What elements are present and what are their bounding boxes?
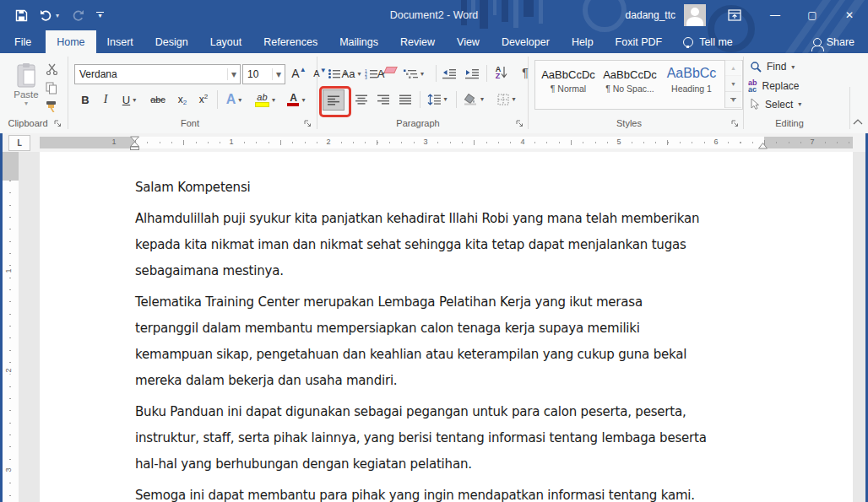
italic-button[interactable]: I <box>98 89 113 111</box>
font-color-button[interactable]: A ▾ <box>283 89 310 111</box>
tab-layout[interactable]: Layout <box>199 30 253 53</box>
styles-dialog-launcher[interactable] <box>731 120 740 128</box>
redo-button <box>71 9 84 21</box>
font-name-combobox[interactable]: Verdana▾ <box>74 64 241 84</box>
close-button[interactable]: ✕ <box>831 0 868 30</box>
document-area[interactable]: 1 2 3 Salam Kompetensi Alhamdulillah puj… <box>0 152 868 502</box>
format-painter-button[interactable] <box>42 99 61 114</box>
hruler-number: 5 <box>615 138 622 146</box>
style-normal[interactable]: AaBbCcDc ¶ Normal <box>539 68 598 94</box>
tab-references[interactable]: References <box>252 30 328 53</box>
hruler-number: 1 <box>110 138 117 146</box>
undo-button[interactable]: ▾ <box>40 9 59 21</box>
paragraph-3: Buku Panduan ini dapat digunakan sebagai… <box>135 399 777 478</box>
tab-insert[interactable]: Insert <box>96 30 144 53</box>
signed-in-user[interactable]: dadang_ttc <box>626 9 675 21</box>
horizontal-ruler[interactable]: 1 1 2 3 4 5 6 7 <box>40 137 853 148</box>
minimize-button[interactable]: — <box>757 0 794 30</box>
styles-group-label: Styles <box>528 118 730 128</box>
align-left-button[interactable] <box>323 89 344 111</box>
tab-file[interactable]: File <box>0 30 46 53</box>
hruler-number: 6 <box>712 138 719 146</box>
tab-help[interactable]: Help <box>561 30 605 53</box>
styles-scroll-up-icon[interactable]: ▲ <box>725 60 741 76</box>
collapse-ribbon-button[interactable] <box>851 116 865 127</box>
multilevel-list-button[interactable]: ▾ <box>396 63 431 84</box>
tab-foxit-pdf[interactable]: Foxit PDF <box>605 30 674 53</box>
select-button[interactable]: Select ▾ <box>750 98 801 111</box>
tab-view[interactable]: View <box>446 30 491 53</box>
styles-gallery-scrollbar[interactable]: ▲ ▼ ▼ <box>724 60 741 108</box>
borders-button[interactable]: ▾ <box>492 89 521 109</box>
paragraph-1: Alhamdulillah puji syukur kita panjatkan… <box>135 206 777 284</box>
shading-button[interactable]: ▾ <box>459 89 488 109</box>
justify-button[interactable] <box>395 89 415 109</box>
find-button[interactable]: Find ▾ <box>750 61 795 73</box>
right-indent-marker[interactable] <box>757 142 768 149</box>
increase-indent-button[interactable] <box>462 63 482 84</box>
tab-home[interactable]: Home <box>46 30 95 53</box>
styles-more-icon[interactable]: ▼ <box>725 92 741 108</box>
title-bar: ▾ ▾ Document2 - Word dadang_ttc — ▢ <box>0 0 868 53</box>
share-button[interactable]: Share <box>800 30 868 53</box>
vertical-ruler[interactable]: 1 2 3 <box>2 152 19 502</box>
numbering-button[interactable]: 123 ▾ <box>358 63 392 84</box>
text-highlight-color-button[interactable]: ab ▾ <box>251 89 279 111</box>
superscript-button[interactable]: x2 <box>193 89 214 111</box>
clipboard-group-label: Clipboard <box>0 118 56 128</box>
subscript-button[interactable]: x2 <box>173 89 192 111</box>
underline-button[interactable]: U▾ <box>117 89 142 111</box>
hruler-number: 4 <box>518 138 526 146</box>
tab-mailings[interactable]: Mailings <box>328 30 389 53</box>
clipboard-dialog-launcher[interactable] <box>54 120 62 128</box>
tab-stop-selector[interactable]: L <box>8 135 30 151</box>
align-right-button[interactable] <box>373 89 393 109</box>
document-page[interactable]: Salam Kompetensi Alhamdulillah puji syuk… <box>40 152 853 502</box>
font-group-label: Font <box>68 118 312 128</box>
editing-group-label: Editing <box>743 118 836 128</box>
window-left-border <box>0 133 3 502</box>
vruler-number: 2 <box>4 366 13 374</box>
paragraph-4: Semoga ini dapat membantu para pihak yan… <box>135 483 777 502</box>
indent-markers[interactable] <box>129 136 140 151</box>
show-hide-pilcrow-button[interactable]: ¶ <box>517 62 534 84</box>
bullets-button[interactable]: ▾ <box>322 63 354 84</box>
font-size-value: 10 <box>243 68 272 80</box>
style-heading-1[interactable]: AaBbCc Heading 1 <box>662 66 721 94</box>
replace-button[interactable]: ab ac Replace <box>748 79 800 93</box>
cut-button[interactable] <box>42 62 61 77</box>
ribbon-tabs: File Home Insert Design Layout Reference… <box>0 30 868 53</box>
undo-dropdown-icon[interactable]: ▾ <box>56 12 59 19</box>
bold-button[interactable]: B <box>76 89 95 111</box>
maximize-button[interactable]: ▢ <box>794 0 831 30</box>
grow-font-button[interactable]: A▲ <box>289 63 309 84</box>
line-spacing-button[interactable]: ▾ <box>423 89 452 109</box>
styles-scroll-down-icon[interactable]: ▼ <box>725 76 741 92</box>
decrease-indent-button[interactable] <box>439 63 459 84</box>
sort-button[interactable]: A Z <box>490 62 513 84</box>
tell-me-box[interactable]: Tell me <box>673 30 743 53</box>
user-avatar[interactable] <box>684 4 706 26</box>
customize-qat-button[interactable]: ▾ <box>96 12 104 19</box>
tab-review[interactable]: Review <box>389 30 446 53</box>
save-icon[interactable] <box>15 9 28 22</box>
font-dialog-launcher[interactable] <box>304 120 312 128</box>
ribbon-display-options-button[interactable] <box>728 9 741 21</box>
tab-design[interactable]: Design <box>144 30 199 53</box>
strikethrough-button[interactable]: abc <box>145 89 171 111</box>
tell-me-label: Tell me <box>699 36 733 48</box>
paragraph-group-label: Paragraph <box>317 118 519 128</box>
document-text[interactable]: Salam Kompetensi Alhamdulillah puji syuk… <box>135 175 777 502</box>
hruler-number: 1 <box>227 138 235 146</box>
align-center-button[interactable] <box>351 89 372 109</box>
copy-button[interactable] <box>42 80 61 95</box>
tab-developer[interactable]: Developer <box>491 30 561 53</box>
paste-label: Paste <box>14 89 38 100</box>
paragraph-dialog-launcher[interactable] <box>516 120 524 128</box>
vruler-number: 3 <box>4 466 13 473</box>
paste-button[interactable]: Paste ▾ <box>8 58 44 111</box>
ruler-row: L 1 1 2 3 4 5 6 7 <box>0 133 868 152</box>
font-size-combobox[interactable]: 10▾ <box>242 64 285 84</box>
style-no-spacing[interactable]: AaBbCcDc ¶ No Spac... <box>600 68 659 94</box>
text-effects-button[interactable]: A▾ <box>220 89 247 111</box>
